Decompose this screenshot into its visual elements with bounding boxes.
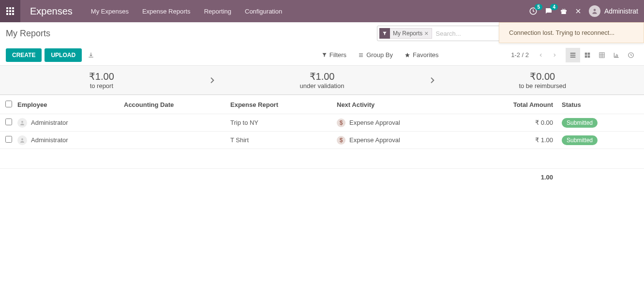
svg-point-11	[21, 138, 23, 140]
list-icon	[358, 52, 364, 58]
breadcrumb: My Reports	[6, 29, 377, 39]
activity-badge: 5	[535, 4, 542, 10]
avatar	[589, 5, 600, 17]
tools-icon	[574, 7, 582, 15]
view-pivot[interactable]	[595, 48, 609, 62]
col-header-total-amount[interactable]: Total Amount	[482, 101, 562, 108]
table-header: Employee Accounting Date Expense Report …	[0, 95, 644, 114]
view-graph[interactable]	[609, 48, 624, 62]
star-icon	[404, 52, 410, 58]
filter-icon	[322, 52, 327, 58]
employee-avatar	[17, 135, 27, 145]
dollar-icon: $	[337, 136, 345, 145]
status-badge: Submitted	[562, 135, 598, 145]
table-row[interactable]: Administrator Trip to NY $ Expense Appro…	[0, 114, 644, 132]
footer-total: 1.00	[482, 174, 562, 181]
app-brand[interactable]: Expenses	[20, 0, 84, 22]
col-header-accounting-date[interactable]: Accounting Date	[124, 101, 230, 108]
svg-rect-8	[599, 52, 605, 58]
expense-report-name: Trip to NY	[230, 119, 337, 126]
nav-link-configuration[interactable]: Configuration	[238, 0, 289, 22]
pager-next[interactable]	[549, 50, 560, 60]
expense-report-name: T Shirt	[230, 136, 337, 144]
group-by-button[interactable]: Group By	[358, 51, 393, 59]
chevron-right-icon	[428, 74, 436, 86]
apps-icon	[6, 7, 14, 15]
row-checkbox[interactable]	[5, 118, 12, 125]
control-panel-bottom: CREATE UPLOAD Filters Group By Favorites…	[0, 44, 644, 66]
total-amount: ₹ 0.00	[482, 119, 562, 126]
svg-rect-6	[585, 55, 587, 58]
next-activity: Expense Approval	[349, 136, 400, 144]
activity-icon-button[interactable]: 5	[529, 7, 538, 15]
col-header-expense-report[interactable]: Expense Report	[230, 101, 337, 108]
connection-toast: Connection lost. Trying to reconnect...	[499, 22, 644, 43]
facet-remove-icon[interactable]: ×	[424, 30, 428, 37]
summary-arrow	[423, 74, 441, 86]
select-all-checkbox-cell	[0, 101, 17, 109]
create-button[interactable]: CREATE	[6, 48, 42, 62]
employee-name: Administrator	[31, 136, 68, 144]
summary-to-report[interactable]: ₹1.00 to report	[0, 71, 203, 89]
nav-link-my-expenses[interactable]: My Expenses	[84, 0, 135, 22]
toast-message: Connection lost. Trying to reconnect...	[509, 29, 614, 36]
kanban-icon	[584, 52, 591, 59]
total-amount: ₹ 1.00	[482, 136, 562, 144]
discuss-badge: 4	[550, 4, 558, 10]
table-body: Administrator Trip to NY $ Expense Appro…	[0, 114, 644, 149]
table-footer: 1.00	[0, 168, 644, 186]
apps-menu-button[interactable]	[0, 0, 20, 22]
clock-icon	[628, 52, 634, 59]
col-header-next-activity[interactable]: Next Activity	[337, 101, 482, 108]
search-facet: My Reports ×	[379, 28, 432, 39]
view-activity[interactable]	[624, 48, 638, 62]
person-icon	[19, 120, 25, 126]
svg-point-10	[21, 121, 23, 123]
upload-button[interactable]: UPLOAD	[45, 48, 82, 62]
employee-name: Administrator	[31, 119, 68, 126]
summary-bar: ₹1.00 to report ₹1.00 under validation ₹…	[0, 66, 644, 95]
person-icon	[591, 8, 598, 15]
user-menu[interactable]: Administrat	[589, 5, 638, 17]
nav-links: My Expenses Expense Reports Reporting Co…	[84, 0, 289, 22]
favorites-button[interactable]: Favorites	[404, 51, 438, 59]
pager[interactable]: 1-2 / 2	[511, 51, 529, 59]
pager-prev[interactable]	[536, 50, 546, 60]
filter-icon	[379, 28, 390, 39]
chevron-right-icon	[552, 52, 557, 59]
debug-icon-button[interactable]	[574, 7, 582, 15]
chevron-left-icon	[539, 52, 543, 59]
cp-right: 1-2 / 2	[511, 48, 638, 62]
view-switcher	[566, 48, 638, 62]
chevron-right-icon	[208, 74, 216, 86]
svg-rect-4	[585, 52, 587, 55]
view-list[interactable]	[566, 48, 580, 62]
summary-arrow	[203, 74, 221, 86]
search-tools: Filters Group By Favorites	[249, 51, 511, 59]
nav-link-expense-reports[interactable]: Expense Reports	[135, 0, 197, 22]
pivot-icon	[599, 52, 605, 59]
list-view-icon	[569, 51, 577, 59]
top-navbar: Expenses My Expenses Expense Reports Rep…	[0, 0, 644, 22]
col-header-status[interactable]: Status	[562, 101, 620, 108]
summary-under-validation[interactable]: ₹1.00 under validation	[221, 71, 424, 89]
user-name: Administrat	[604, 7, 638, 15]
status-badge: Submitted	[562, 118, 598, 128]
next-activity: Expense Approval	[349, 119, 400, 126]
gift-icon	[560, 7, 568, 15]
col-header-employee[interactable]: Employee	[17, 101, 124, 108]
nav-link-reporting[interactable]: Reporting	[197, 0, 238, 22]
select-all-checkbox[interactable]	[5, 101, 12, 107]
download-icon[interactable]	[88, 52, 94, 59]
facet-label: My Reports	[393, 30, 422, 37]
table-row[interactable]: Administrator T Shirt $ Expense Approval…	[0, 132, 644, 149]
person-icon	[19, 137, 25, 143]
gift-icon-button[interactable]	[560, 7, 568, 15]
row-checkbox[interactable]	[5, 136, 12, 143]
view-kanban[interactable]	[580, 48, 595, 62]
svg-rect-7	[588, 55, 590, 58]
discuss-icon-button[interactable]: 4	[544, 7, 553, 15]
summary-to-reimburse[interactable]: ₹0.00 to be reimbursed	[441, 71, 644, 89]
filters-button[interactable]: Filters	[322, 51, 346, 59]
svg-rect-5	[588, 52, 590, 55]
